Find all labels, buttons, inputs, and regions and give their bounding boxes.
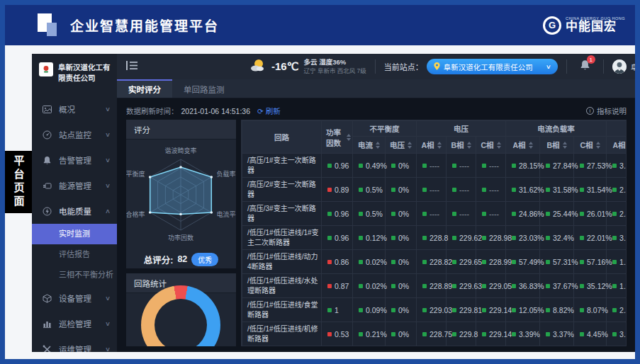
table-cell: 8.07% xyxy=(574,298,607,322)
status-dot-green xyxy=(327,236,332,240)
table-row[interactable]: /低压/1#低压进线/1#变主二次断路器0.960.12%0%228.8229.… xyxy=(242,226,627,250)
table-cell: ---- xyxy=(417,202,447,226)
refresh-button[interactable]: ⟳ 刷新 xyxy=(257,106,281,116)
top-banner: 企业智慧用能管理平台 G CHINA ENERGY GUO HONG 中能国宏 xyxy=(5,5,635,45)
table-cell: 0% xyxy=(386,274,417,298)
chevron-down-icon: ∨ xyxy=(105,182,111,189)
user-name[interactable]: 阜新汉道化工有限责任公司 xyxy=(631,62,635,72)
app-window: 阜新汉道化工有限责任公司 概况∨站点监控∨告警管理∨能源管理∨电能质量∧实时监测… xyxy=(32,54,635,352)
overview-icon xyxy=(42,104,52,114)
circuit-name: /高压/1#变主一次断路器 xyxy=(242,154,322,178)
table-row[interactable]: /高压/2#变主一次断路器0.890.5%0%------------31.62… xyxy=(242,178,627,202)
sidebar-item-站点监控[interactable]: 站点监控∨ xyxy=(32,122,117,147)
col-A相[interactable]: A相 xyxy=(417,137,447,154)
status-dot-green xyxy=(359,284,363,288)
table-cell: ---- xyxy=(447,178,476,202)
status-dot-green xyxy=(512,188,516,192)
sort-icon xyxy=(563,142,567,149)
notifications-button[interactable]: 1 xyxy=(580,59,590,74)
platform-logo-icon xyxy=(38,13,59,38)
col-B相[interactable]: B相 xyxy=(540,137,574,154)
sidebar-subitem-评估报告[interactable]: 评估报告 xyxy=(32,244,117,265)
table-cell: 1 xyxy=(322,298,353,322)
weather-location: 辽宁 阜新市 西北风 7级 xyxy=(304,67,366,75)
table-cell: 0% xyxy=(386,322,417,346)
table-cell: 31.62% xyxy=(506,178,540,202)
collapse-sidebar-icon[interactable] xyxy=(126,60,137,73)
col-B相[interactable]: B相 xyxy=(447,137,476,154)
status-dot-green xyxy=(612,284,617,288)
col-C相[interactable]: C相 xyxy=(476,137,506,154)
table-cell: 0.02% xyxy=(353,250,386,274)
status-dot-green xyxy=(422,212,427,216)
circuit-name: /低压/1#低压进线/水处理断路器 xyxy=(242,274,322,298)
table-cell: 57.31% xyxy=(540,250,574,274)
table-row[interactable]: /低压/1#低压进线/锅炉断路器0.870.06%0%228.81229.832… xyxy=(242,346,627,347)
platform-title: 企业智慧用能管理平台 xyxy=(70,16,219,35)
current-site-label: 当前站点： xyxy=(384,61,423,72)
col-电压[interactable]: 电压 xyxy=(386,137,417,154)
svg-text:合格率: 合格率 xyxy=(126,210,145,218)
table-cell: 228.8 xyxy=(417,226,447,250)
table-row[interactable]: /高压/3#变主一次断路器0.960.5%0%------------24.86… xyxy=(242,202,627,226)
sort-icon xyxy=(497,142,501,149)
status-dot-green xyxy=(546,164,550,168)
sidebar-item-运维管理[interactable]: 运维管理∨ xyxy=(32,336,117,352)
status-dot-green xyxy=(612,260,617,264)
sidebar-item-能源管理[interactable]: 能源管理∨ xyxy=(32,173,117,198)
status-dot-green xyxy=(422,308,427,312)
avatar[interactable] xyxy=(612,59,627,74)
table-cell: 228.75 xyxy=(417,322,447,346)
table-cell: 228.81 xyxy=(417,346,447,347)
table-cell: 57.16% xyxy=(574,250,607,274)
col-power-factor[interactable]: 功率因数 xyxy=(322,121,353,154)
status-dot-green xyxy=(391,236,395,240)
content: 数据刷新时间： 2021-01-06 14:51:36 ⟳ 刷新 i 指标说明 … xyxy=(117,98,635,352)
info-icon: i xyxy=(586,107,594,115)
site-selector[interactable]: 阜新汉道化工有限责任公司 ∨ xyxy=(427,59,558,74)
sidebar-subitem-三相不平衡分析[interactable]: 三相不平衡分析 xyxy=(32,265,117,285)
col-A相[interactable]: A相 xyxy=(607,137,627,154)
sidebar-item-巡检管理[interactable]: 巡检管理∨ xyxy=(32,311,117,336)
table-row[interactable]: /低压/1#低压进线/机修断路器0.530.21%0%228.75229.822… xyxy=(242,322,627,346)
col-group: 不平衡度 xyxy=(353,121,417,137)
table-cell: 1.71% xyxy=(607,346,627,347)
status-dot-green xyxy=(482,332,486,336)
table-cell: 24.86% xyxy=(506,202,540,226)
col-电流[interactable]: 电流 xyxy=(353,137,386,154)
table-cell: 0.12% xyxy=(353,226,386,250)
table-row[interactable]: /高压/1#变主一次断路器0.960.49%0%------------28.1… xyxy=(242,154,627,178)
col-A相[interactable]: A相 xyxy=(506,137,540,154)
table-cell: 0% xyxy=(386,298,417,322)
table-cell: 0% xyxy=(386,250,417,274)
status-dot-green xyxy=(391,308,395,312)
sidebar-item-概况[interactable]: 概况∨ xyxy=(32,96,117,122)
sidebar-subitem-实时监测[interactable]: 实时监测 xyxy=(32,224,117,244)
circuit-name: /低压/1#低压进线/1#变主二次断路器 xyxy=(242,226,322,250)
tab-实时评分[interactable]: 实时评分 xyxy=(117,79,172,98)
chevron-down-icon: ∨ xyxy=(546,64,551,70)
status-dot-green xyxy=(612,188,617,192)
table-cell: ---- xyxy=(447,202,476,226)
status-dot-green xyxy=(512,236,516,240)
table-cell: 0% xyxy=(386,178,417,202)
table-cell: 0.89 xyxy=(322,178,353,202)
brand-logo: G CHINA ENERGY GUO HONG 中能国宏 xyxy=(543,16,625,35)
indicator-help-link[interactable]: i 指标说明 xyxy=(586,106,627,116)
status-dot-green xyxy=(482,260,486,264)
sidebar-item-告警管理[interactable]: 告警管理∨ xyxy=(32,147,117,173)
status-dot-green xyxy=(482,212,486,216)
col-C相[interactable]: C相 xyxy=(574,137,607,154)
table-row[interactable]: /低压/1#低压进线/水处理断路器0.870.02%0%228.89229.63… xyxy=(242,274,627,298)
tab-单回路监测[interactable]: 单回路监测 xyxy=(172,79,236,98)
status-dot-green xyxy=(580,212,584,216)
circuit-stats-panel: 回路统计 xyxy=(126,273,236,346)
table-row[interactable]: /低压/1#低压进线/食堂断路器10.09%0%229.03229.81229.… xyxy=(242,298,627,322)
status-dot-green xyxy=(546,332,550,336)
sidebar-item-电能质量[interactable]: 电能质量∧ xyxy=(32,198,117,224)
chevron-up-icon: ∧ xyxy=(105,207,111,215)
sidebar-item-设备管理[interactable]: 设备管理∨ xyxy=(32,285,117,311)
table-row[interactable]: /低压/1#低压进线/动力4断路器0.860.02%0%228.82229.65… xyxy=(242,250,627,274)
table-cell: 0.96 xyxy=(322,226,353,250)
status-dot-green xyxy=(422,284,427,288)
